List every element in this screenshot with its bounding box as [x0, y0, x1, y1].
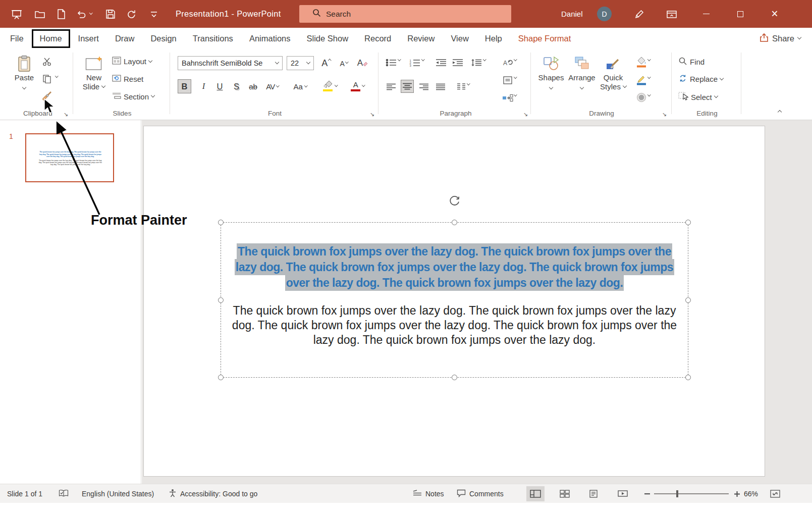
align-text-button[interactable] — [501, 74, 514, 87]
text-direction-chevron-icon[interactable] — [514, 58, 517, 61]
powerpoint-app-icon[interactable] — [7, 0, 26, 28]
italic-button[interactable]: I — [197, 79, 210, 93]
highlighted-paragraph[interactable]: The quick brown fox jumps over the lazy … — [228, 244, 681, 291]
decrease-indent-button[interactable] — [435, 56, 448, 69]
selected-text-box[interactable]: The quick brown fox jumps over the lazy … — [221, 222, 688, 378]
text-highlight-button[interactable] — [319, 79, 341, 93]
zoom-slider-thumb[interactable] — [676, 490, 678, 497]
search-input[interactable] — [299, 5, 511, 23]
select-button[interactable]: Select — [678, 92, 718, 102]
clipboard-dialog-launcher-icon[interactable]: ↘ — [64, 112, 68, 117]
find-button[interactable]: Find — [678, 57, 705, 67]
drawing-dialog-launcher-icon[interactable]: ↘ — [662, 112, 667, 117]
strikethrough-button[interactable]: ab — [246, 79, 260, 93]
tab-home[interactable]: Home — [32, 29, 70, 48]
font-dialog-launcher-icon[interactable]: ↘ — [370, 112, 374, 117]
change-case-button[interactable]: Aa — [290, 79, 310, 93]
tab-design[interactable]: Design — [142, 28, 184, 49]
resize-handle-middle-right[interactable] — [685, 297, 691, 303]
clear-formatting-button[interactable]: A — [356, 56, 369, 70]
tab-record[interactable]: Record — [356, 28, 399, 49]
justify-button[interactable] — [434, 80, 447, 93]
paste-button[interactable]: Paste — [11, 54, 37, 89]
tab-draw[interactable]: Draw — [107, 28, 143, 49]
tab-transitions[interactable]: Transitions — [185, 28, 241, 49]
cut-button[interactable] — [40, 55, 53, 68]
align-left-button[interactable] — [385, 80, 398, 93]
tab-review[interactable]: Review — [399, 28, 443, 49]
layout-button[interactable]: Layout — [112, 57, 152, 66]
share-button[interactable]: Share — [760, 28, 801, 49]
save-icon[interactable] — [101, 0, 120, 28]
shape-fill-chevron-icon[interactable] — [647, 58, 651, 61]
fit-slide-to-window-button[interactable] — [766, 486, 784, 501]
shape-outline-chevron-icon[interactable] — [647, 75, 651, 78]
bold-button[interactable]: B — [178, 79, 191, 93]
notes-button[interactable]: Notes — [413, 484, 444, 503]
undo-dropdown-chevron-icon[interactable] — [87, 0, 95, 28]
align-center-button[interactable] — [401, 80, 414, 93]
slide-sorter-view-button[interactable] — [556, 486, 574, 501]
shape-effects-chevron-icon[interactable] — [647, 93, 651, 96]
search-text-field[interactable] — [326, 10, 477, 19]
convert-smartart-button[interactable] — [501, 91, 514, 105]
shapes-button[interactable]: Shapes — [537, 54, 565, 89]
copy-dropdown-chevron-icon[interactable] — [55, 74, 58, 77]
grow-font-button[interactable]: A — [319, 56, 333, 70]
tab-slide-show[interactable]: Slide Show — [299, 28, 357, 49]
close-button[interactable]: × — [763, 0, 787, 28]
customize-quick-access-icon[interactable] — [144, 0, 164, 28]
tab-help[interactable]: Help — [477, 28, 510, 49]
rotate-handle-icon[interactable] — [448, 194, 461, 207]
shape-fill-button[interactable] — [635, 55, 648, 68]
avatar[interactable]: D — [597, 7, 612, 21]
replace-button[interactable]: Replace — [678, 74, 723, 84]
increase-indent-button[interactable] — [451, 56, 464, 69]
slide-indicator[interactable]: Slide 1 of 1 — [7, 484, 42, 503]
numbering-chevron-icon[interactable] — [421, 58, 424, 61]
tab-view[interactable]: View — [443, 28, 476, 49]
font-color-button[interactable]: A — [347, 79, 369, 93]
resize-handle-bottom-right[interactable] — [685, 375, 691, 380]
resize-handle-bottom-left[interactable] — [218, 375, 224, 380]
align-text-chevron-icon[interactable] — [514, 75, 517, 78]
copy-button[interactable] — [40, 72, 53, 85]
columns-button[interactable] — [455, 80, 468, 93]
font-name-combo[interactable]: Bahnschrift SemiBold Se — [178, 56, 283, 70]
minimize-button[interactable] — [694, 0, 718, 28]
open-file-icon[interactable] — [30, 0, 49, 28]
new-file-icon[interactable] — [51, 0, 71, 28]
reset-button[interactable]: Reset — [112, 74, 143, 84]
font-size-combo[interactable]: 22 — [287, 56, 314, 70]
zoom-in-button[interactable] — [731, 486, 743, 501]
tab-shape-format[interactable]: Shape Format — [510, 28, 579, 49]
tab-file[interactable]: File — [2, 28, 32, 49]
redo-icon[interactable] — [122, 0, 141, 28]
convert-smartart-chevron-icon[interactable] — [514, 93, 517, 96]
reading-view-button[interactable] — [584, 486, 603, 501]
spell-check-button[interactable] — [59, 484, 69, 503]
resize-handle-top-center[interactable] — [452, 220, 457, 225]
character-spacing-button[interactable]: AV — [262, 79, 283, 93]
collapse-ribbon-button[interactable] — [778, 110, 782, 114]
zoom-out-button[interactable] — [641, 486, 653, 501]
inking-pen-icon[interactable] — [630, 0, 649, 28]
shape-outline-button[interactable] — [635, 73, 648, 86]
numbering-button[interactable]: 123 — [408, 56, 421, 69]
underline-button[interactable]: U — [213, 79, 227, 93]
bullets-button[interactable] — [385, 56, 398, 69]
text-direction-button[interactable]: A — [501, 56, 514, 69]
body-paragraph[interactable]: The quick brown fox jumps over the lazy … — [224, 303, 685, 347]
bullets-chevron-icon[interactable] — [398, 58, 401, 61]
text-shadow-button[interactable]: S — [230, 79, 243, 93]
language-indicator[interactable]: English (United States) — [82, 484, 154, 503]
account-name[interactable]: Daniel — [561, 0, 583, 28]
resize-handle-bottom-center[interactable] — [452, 375, 457, 380]
slide-show-view-button[interactable] — [614, 486, 632, 501]
align-right-button[interactable] — [417, 80, 430, 93]
line-spacing-button[interactable] — [470, 56, 483, 69]
arrange-button[interactable]: Arrange — [567, 54, 597, 89]
comments-button[interactable]: Comments — [457, 484, 504, 503]
tab-animations[interactable]: Animations — [241, 28, 299, 49]
accessibility-checker[interactable]: Accessibility: Good to go — [169, 484, 257, 503]
